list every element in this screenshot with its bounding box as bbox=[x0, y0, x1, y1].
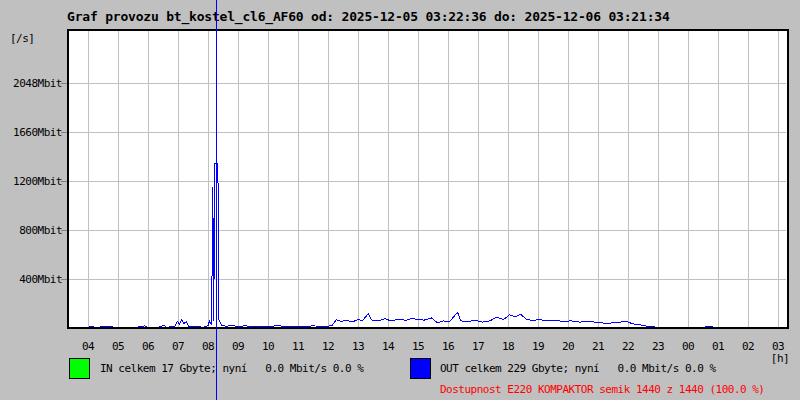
plot-frame bbox=[68, 30, 788, 328]
mrtg-traffic-graph-page: Graf provozu bt_kostel_cl6_AF60 od: 2025… bbox=[0, 0, 800, 400]
out-legend-label: OUT celkem 229 Gbyte; nyní 0.0 Mbit/s 0.… bbox=[440, 362, 716, 375]
series-line-in bbox=[69, 327, 788, 328]
y-tick-label: 1660Mbit bbox=[0, 126, 62, 139]
x-tick-label: 23 bbox=[645, 340, 671, 353]
x-axis-unit: [h] bbox=[764, 352, 796, 365]
x-tick-label: 08 bbox=[195, 340, 221, 353]
x-tick-label: 19 bbox=[525, 340, 551, 353]
x-tick-label: 01 bbox=[705, 340, 731, 353]
x-tick-label: 11 bbox=[285, 340, 311, 353]
x-tick-label: 17 bbox=[465, 340, 491, 353]
x-tick-label: 20 bbox=[555, 340, 581, 353]
plot-area-background bbox=[69, 31, 788, 328]
y-tick-label: 800Mbit bbox=[0, 224, 62, 237]
y-axis-unit: [/s] bbox=[10, 32, 35, 45]
gridlines bbox=[61, 31, 786, 328]
x-tick-label: 00 bbox=[675, 340, 701, 353]
x-tick-label: 09 bbox=[225, 340, 251, 353]
series-lines bbox=[69, 163, 788, 328]
x-tick-label: 22 bbox=[615, 340, 641, 353]
in-legend-swatch bbox=[69, 358, 90, 379]
y-tick-label: 1200Mbit bbox=[0, 175, 62, 188]
graph-title: Graf provozu bt_kostel_cl6_AF60 od: 2025… bbox=[67, 9, 670, 24]
series-line-out bbox=[69, 163, 788, 328]
x-tick-label: 15 bbox=[405, 340, 431, 353]
x-tick-label: 16 bbox=[435, 340, 461, 353]
y-tick-label: 2048Mbit bbox=[0, 77, 62, 90]
x-tick-label: 14 bbox=[375, 340, 401, 353]
x-tick-label: 02 bbox=[735, 340, 761, 353]
x-tick-label: 07 bbox=[165, 340, 191, 353]
x-tick-label: 21 bbox=[585, 340, 611, 353]
x-tick-label: 13 bbox=[345, 340, 371, 353]
x-tick-label: 10 bbox=[255, 340, 281, 353]
x-tick-label: 06 bbox=[135, 340, 161, 353]
availability-text: Dostupnost E220 KOMPAKTOR semik 1440 z 1… bbox=[440, 383, 765, 396]
out-legend-swatch bbox=[410, 358, 431, 379]
x-tick-label: 18 bbox=[495, 340, 521, 353]
x-tick-label: 05 bbox=[105, 340, 131, 353]
x-tick-label: 04 bbox=[75, 340, 101, 353]
y-tick-label: 400Mbit bbox=[0, 273, 62, 286]
in-legend-label: IN celkem 17 Gbyte; nyní 0.0 Mbit/s 0.0 … bbox=[100, 362, 363, 375]
x-tick-label: 12 bbox=[315, 340, 341, 353]
